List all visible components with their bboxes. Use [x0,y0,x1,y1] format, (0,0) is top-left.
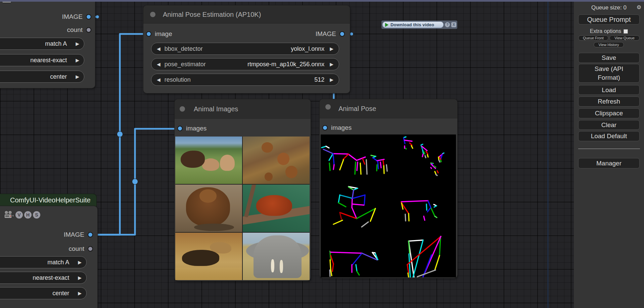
images-input-dot[interactable] [322,125,328,130]
collapse-dot[interactable] [180,106,185,112]
banner-close-button[interactable]: X [451,22,456,27]
input-row-image: image [146,31,172,37]
widget-crop[interactable]: center ▶ [0,287,87,299]
vhs-node-title-bar[interactable]: ComfyUI-VideoHelperSuite [0,194,96,206]
arrow-right-icon[interactable]: ▶ [76,74,79,79]
node-animal-pose[interactable]: Animal Pose images [320,99,457,278]
movie-camera-icon [3,210,14,220]
output-row-image: IMAGE [64,231,93,238]
queue-front-button[interactable]: Queue Front [578,35,608,41]
input-label: image [155,30,172,38]
manager-button[interactable]: Manager [578,158,640,168]
refresh-button[interactable]: Refresh [578,97,640,107]
arrow-left-icon[interactable]: ◀ [157,62,160,67]
link-midpoint-dot [117,131,123,137]
photo-elephant [243,233,310,280]
load-default-button[interactable]: Load Default [578,131,640,141]
input-row-images: images [177,125,206,132]
image-input-dot[interactable] [146,31,151,37]
extra-options-checkbox[interactable] [624,29,628,34]
image-output-dot[interactable] [88,232,93,237]
browser-top-strip [0,0,644,2]
widget-match[interactable]: match A ▶ [0,38,84,50]
image-preview-grid [175,137,310,280]
widget-interpolation[interactable]: nearest-exact ▶ [0,272,87,284]
image-output-dot[interactable] [86,14,91,20]
output-label: count [67,26,83,34]
arrow-right-icon[interactable]: ▶ [78,260,82,265]
widget-bbox-detector[interactable]: ◀ bbox_detector yolox_l.onnx ▶ [151,43,339,55]
arrow-left-icon[interactable]: ◀ [157,77,160,82]
widget-value: nearest-exact [30,57,67,64]
photo-moose [175,233,242,280]
images-input-dot[interactable] [177,126,183,131]
badge-h-icon: H [24,211,32,219]
clear-button[interactable]: Clear [578,120,640,130]
arrow-right-icon[interactable]: ▶ [78,275,82,280]
output-label: count [69,245,84,253]
arrow-right-icon[interactable]: ▶ [330,46,333,51]
menu-divider [578,149,640,149]
input-row-images: images [322,124,352,131]
node-animal-images[interactable]: Animal Images images [175,99,311,281]
download-video-banner: Download this video ? X [381,21,457,29]
view-queue-button[interactable]: View Queue [609,35,640,41]
download-video-button[interactable]: Download this video [382,22,444,28]
node-video-helper-suite[interactable]: V H S IMAGE count match A ▶ nearest-exac… [0,206,97,308]
collapse-dot[interactable] [325,104,331,110]
arrow-right-icon[interactable]: ▶ [76,58,79,63]
arrow-left-icon[interactable]: ◀ [157,46,160,51]
output-row-count: count [69,245,93,252]
output-label: IMAGE [316,30,336,38]
output-label: IMAGE [64,231,84,238]
widget-value: yolox_l.onnx [291,45,324,52]
image-output-dot[interactable] [339,31,345,37]
badge-v-icon: V [15,211,23,219]
count-output-dot[interactable] [88,246,93,252]
widget-interpolation[interactable]: nearest-exact ▶ [0,54,84,66]
banner-help-button[interactable]: ? [445,22,450,27]
arrow-right-icon[interactable]: ▶ [330,77,333,82]
link-stub-dot [350,33,353,36]
arrow-right-icon[interactable]: ▶ [76,41,79,46]
pose-preview-canvas [321,134,456,277]
settings-gear-icon[interactable]: ⚙ [637,4,641,10]
count-output-dot[interactable] [86,27,91,33]
badge-s-icon: S [33,211,40,219]
view-history-button[interactable]: View History [594,42,624,47]
pose-skeletons [321,134,456,277]
node-load-video-top[interactable]: IMAGE count match A ▶ nearest-exact ▶ ce… [0,0,95,88]
node-title: ComfyUI-VideoHelperSuite [10,196,91,204]
arrow-right-icon[interactable]: ▶ [330,62,333,67]
queue-size-label: Queue size: 0 [574,4,644,11]
widget-crop[interactable]: center ▶ [0,71,84,83]
widget-value: center [50,73,67,80]
widget-label: bbox_detector [165,45,203,52]
widget-match[interactable]: match A ▶ [0,256,87,268]
widget-value: 512 [314,76,324,83]
input-label: images [186,125,206,132]
widget-value: nearest-exact [33,274,69,281]
clipspace-button[interactable]: Clipspace [578,108,640,118]
output-row-count: count [67,27,91,33]
node-title: Animal Images [194,99,238,119]
comfyui-menu: Queue size: 0 ⚙ Queue Prompt Extra optio… [574,0,644,308]
load-button[interactable]: Load [578,85,640,95]
link-midpoint-dot [132,179,138,185]
output-row-image: IMAGE [62,13,91,20]
node-title-bar[interactable]: Animal Images [175,99,311,119]
node-animal-pose-estimation[interactable]: Animal Pose Estimation (AP10K) image IMA… [143,5,350,93]
photo-monkey [243,185,310,232]
widget-resolution[interactable]: ◀ resolution 512 ▶ [151,74,339,86]
input-label: images [331,124,352,131]
arrow-right-icon[interactable]: ▶ [78,291,82,296]
queue-prompt-button[interactable]: Queue Prompt [578,14,640,25]
comfyui-window: IMAGE count match A ▶ nearest-exact ▶ ce… [0,0,644,308]
save-api-format-button[interactable]: Save (API Format) [578,64,640,83]
node-title-bar[interactable]: Animal Pose [320,99,457,118]
save-button[interactable]: Save [578,53,640,63]
photo-blackbuck [175,137,242,184]
node-title-bar[interactable]: Animal Pose Estimation (AP10K) [143,5,350,24]
widget-pose-estimator[interactable]: ◀ pose_estimator rtmpose-m_ap10k_256.onn… [151,58,339,70]
collapse-dot[interactable] [150,12,155,17]
